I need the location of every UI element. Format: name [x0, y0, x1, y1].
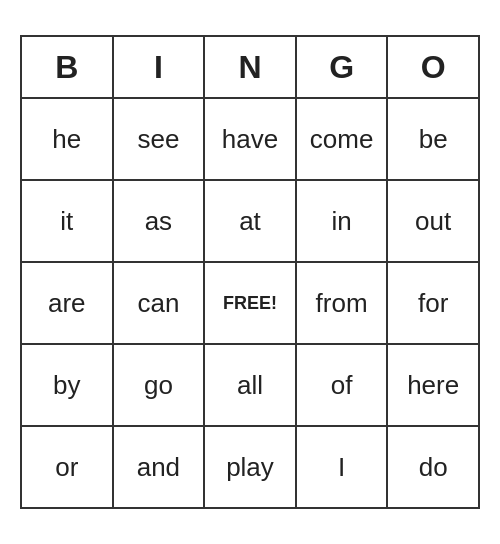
cell-5-1: or [22, 427, 114, 507]
cell-1-4: come [297, 99, 389, 179]
cell-5-4: I [297, 427, 389, 507]
cell-1-2: see [114, 99, 206, 179]
cell-5-3: play [205, 427, 297, 507]
cell-3-4: from [297, 263, 389, 343]
cell-2-1: it [22, 181, 114, 261]
cell-2-5: out [388, 181, 478, 261]
cell-5-2: and [114, 427, 206, 507]
row-2: it as at in out [22, 181, 478, 263]
cell-2-4: in [297, 181, 389, 261]
cell-4-1: by [22, 345, 114, 425]
cell-1-1: he [22, 99, 114, 179]
cell-3-5: for [388, 263, 478, 343]
cell-4-2: go [114, 345, 206, 425]
cell-2-2: as [114, 181, 206, 261]
header-b: B [22, 37, 114, 97]
row-3: are can FREE! from for [22, 263, 478, 345]
row-4: by go all of here [22, 345, 478, 427]
header-g: G [297, 37, 389, 97]
cell-5-5: do [388, 427, 478, 507]
header-n: N [205, 37, 297, 97]
cell-3-2: can [114, 263, 206, 343]
cell-1-5: be [388, 99, 478, 179]
cell-4-5: here [388, 345, 478, 425]
bingo-card: B I N G O he see have come be it as at i… [20, 35, 480, 509]
header-o: O [388, 37, 478, 97]
cell-3-3-free: FREE! [205, 263, 297, 343]
row-1: he see have come be [22, 99, 478, 181]
cell-4-3: all [205, 345, 297, 425]
cell-2-3: at [205, 181, 297, 261]
header-row: B I N G O [22, 37, 478, 99]
cell-3-1: are [22, 263, 114, 343]
cell-1-3: have [205, 99, 297, 179]
cell-4-4: of [297, 345, 389, 425]
header-i: I [114, 37, 206, 97]
row-5: or and play I do [22, 427, 478, 507]
